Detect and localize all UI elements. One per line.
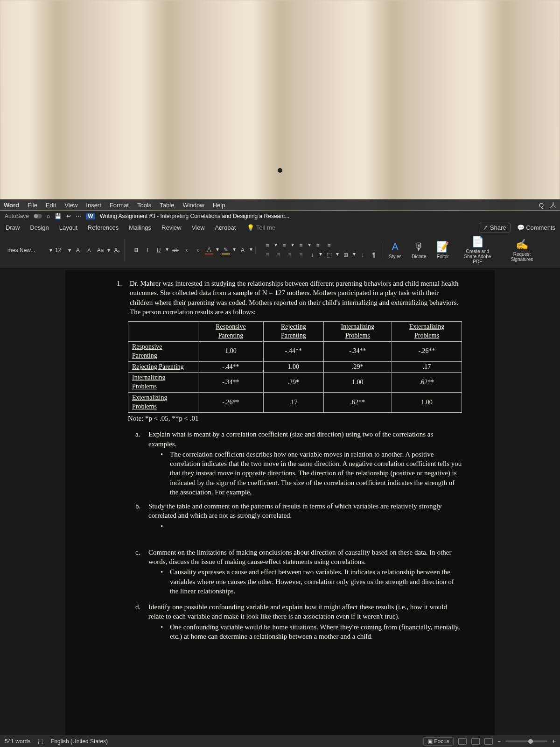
multilevel-icon[interactable]: ≡ (297, 241, 305, 250)
grow-font-icon[interactable]: A (74, 246, 82, 254)
font-size-select[interactable]: 12 (55, 247, 65, 254)
web-layout-icon[interactable] (484, 738, 493, 745)
tell-me[interactable]: Tell me (247, 224, 275, 231)
bullet-icon: • (161, 622, 165, 641)
align-right-icon[interactable]: ≡ (286, 251, 294, 259)
styles-button[interactable]: A Styles (386, 241, 404, 259)
editor-button[interactable]: 📝 Editor (434, 241, 452, 259)
tab-layout[interactable]: Layout (58, 222, 78, 233)
row-label: Internalizing Problems (132, 374, 166, 390)
numbering-icon[interactable]: ≡ (280, 241, 288, 250)
signature-icon: ✍️ (516, 239, 528, 251)
autosave-toggle[interactable] (34, 214, 42, 218)
menu-view[interactable]: View (64, 202, 77, 209)
row-label: Rejecting Parenting (132, 363, 184, 370)
menu-insert[interactable]: Insert (86, 202, 101, 209)
menu-window[interactable]: Window (182, 202, 204, 209)
table-header-row: Responsive Parenting Rejecting Parenting… (128, 322, 462, 342)
tab-design[interactable]: Design (29, 222, 49, 233)
strike-icon[interactable]: ab (171, 246, 180, 254)
request-signatures-button[interactable]: ✍️ Request Signatures (503, 239, 540, 262)
bold-icon[interactable]: B (132, 246, 140, 254)
comments-button[interactable]: 💬 Comments (517, 224, 555, 231)
align-left-icon[interactable]: ≡ (263, 251, 272, 259)
profile-icon[interactable]: 人 (550, 201, 556, 209)
sub-letter: c. (135, 548, 144, 596)
sub-letter: a. (135, 430, 144, 497)
borders-icon[interactable]: ⊞ (342, 251, 350, 259)
bullet-icon: • (161, 450, 165, 497)
header-rej: Rejecting Parenting (263, 322, 323, 342)
cell: -.34** (323, 341, 392, 361)
question-b: Study the table and comment on the patte… (148, 502, 442, 519)
font-name-select[interactable]: mes New... (7, 247, 47, 254)
italic-icon[interactable]: I (143, 246, 152, 254)
cell: 1.00 (323, 373, 392, 393)
document-canvas[interactable]: 1. Dr. Mahrer was interested in studying… (0, 268, 560, 735)
row-label: Externalizing Problems (132, 394, 167, 410)
mac-menubar: Word File Edit View Insert Format Tools … (0, 199, 560, 211)
font-color-icon[interactable]: A (205, 246, 213, 254)
highlight-icon[interactable]: ✎ (222, 246, 230, 254)
clear-format-icon[interactable]: Aᵩ (113, 246, 121, 254)
more-icon[interactable]: ⋯ (76, 213, 81, 219)
menu-table[interactable]: Table (160, 202, 174, 209)
save-icon[interactable]: 💾 (55, 213, 62, 219)
microphone-icon: 🎙 (414, 241, 424, 253)
bullets-icon[interactable]: ≡ (263, 241, 272, 250)
home-icon[interactable]: ⌂ (47, 213, 50, 219)
menu-format[interactable]: Format (110, 202, 129, 209)
proofing-icon[interactable]: ⬚ (38, 738, 43, 745)
subscript-icon[interactable]: x (182, 246, 191, 254)
superscript-icon[interactable]: x (194, 246, 202, 254)
align-center-icon[interactable]: ≡ (274, 251, 283, 259)
text-effects-icon[interactable]: A (238, 246, 247, 254)
share-button[interactable]: ↗ Share (479, 223, 510, 233)
page[interactable]: 1. Dr. Mahrer was interested in studying… (65, 270, 495, 735)
cell: -.26** (392, 341, 462, 361)
search-icon[interactable]: Q (539, 202, 544, 209)
cell: .17 (392, 361, 462, 373)
focus-mode-button[interactable]: ▣ Focus (423, 737, 454, 746)
table-row: Responsive Parenting 1.00 -.44** -.34** … (128, 341, 462, 361)
increase-indent-icon[interactable]: ≡ (325, 241, 333, 250)
dictate-button[interactable]: 🎙 Dictate (409, 241, 429, 259)
menu-file[interactable]: File (28, 202, 37, 209)
zoom-in-button[interactable]: + (552, 738, 555, 745)
tab-mailings[interactable]: Mailings (128, 222, 152, 233)
tab-view[interactable]: View (191, 222, 206, 233)
show-para-icon[interactable]: ¶ (370, 251, 378, 259)
create-share-pdf-button[interactable]: 📄 Create and Share Adobe PDF (456, 236, 498, 264)
background-blinds (0, 0, 560, 224)
ribbon: mes New...▾ 12▾ A A Aa▾ Aᵩ B I U▾ ab x x… (0, 234, 560, 268)
language-status[interactable]: English (United States) (50, 738, 108, 745)
tab-review[interactable]: Review (161, 222, 182, 233)
tab-acrobat[interactable]: Acrobat (214, 222, 237, 233)
shrink-font-icon[interactable]: A (85, 246, 93, 254)
cell: 1.00 (392, 393, 462, 413)
sort-icon[interactable]: ↓ (358, 251, 367, 259)
underline-icon[interactable]: U (154, 246, 163, 254)
menu-help[interactable]: Help (213, 202, 225, 209)
answer-c: Causality expresses a cause and effect b… (170, 567, 462, 596)
menu-edit[interactable]: Edit (46, 202, 56, 209)
zoom-out-button[interactable]: − (497, 738, 501, 745)
decrease-indent-icon[interactable]: ≡ (314, 241, 322, 250)
zoom-slider[interactable] (505, 740, 547, 742)
undo-icon[interactable]: ↩︎ (66, 213, 71, 219)
cell: -.34** (198, 373, 264, 393)
sub-letter: b. (135, 501, 144, 531)
print-layout-icon[interactable] (458, 738, 467, 745)
menu-tools[interactable]: Tools (137, 202, 151, 209)
table-row: Internalizing Problems -.34** .29* 1.00 … (128, 373, 462, 393)
word-count[interactable]: 541 words (5, 738, 30, 745)
autosave-label: AutoSave (5, 213, 29, 219)
line-spacing-icon[interactable]: ↕ (308, 251, 316, 259)
align-justify-icon[interactable]: ≡ (297, 251, 305, 259)
shading-icon[interactable]: ⬚ (325, 251, 333, 259)
change-case-icon[interactable]: Aa (96, 246, 105, 254)
tab-references[interactable]: References (87, 222, 119, 233)
word-window: AutoSave ⌂ 💾 ↩︎ ⋯ W Writing Assignment #… (0, 211, 560, 747)
tab-draw[interactable]: Draw (5, 222, 21, 233)
read-mode-icon[interactable] (471, 738, 480, 745)
